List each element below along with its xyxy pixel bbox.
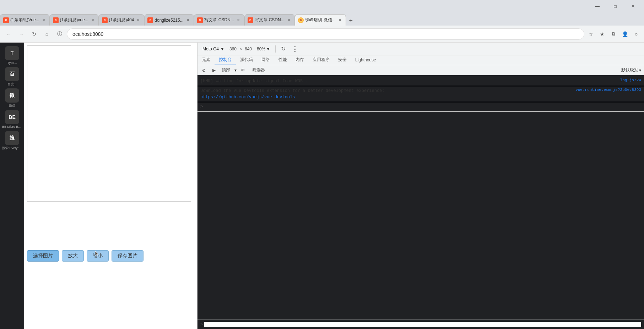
btn-zoomout[interactable]: 缩小 <box>87 250 109 262</box>
address-bar-icons: ☆ ★ ⧉ 👤 ○ <box>586 29 641 39</box>
browser-tab-tab1[interactable]: C(1条消息)Vue...✕ <box>0 14 50 26</box>
height-display: 640 <box>243 46 253 51</box>
console-message-msg2: Download the Vue Devtools extension for … <box>197 86 644 102</box>
console-msg-text: [HMR] Waiting for update signal from WDS… <box>200 78 617 84</box>
profile-icon[interactable]: 👤 <box>620 29 630 39</box>
context-dropdown[interactable]: ▾ <box>234 68 237 73</box>
zoom-label: 80% <box>257 46 265 51</box>
tab-close-button[interactable]: ✕ <box>185 17 191 23</box>
browser-tab-tab4[interactable]: Cdonglize5215...✕ <box>144 14 194 26</box>
minimize-button[interactable]: — <box>589 0 606 13</box>
wechat-label: 微信 <box>9 103 15 108</box>
tab-favicon: C <box>147 17 153 23</box>
wechat-icon: 微 <box>5 88 19 103</box>
account-icon[interactable]: ○ <box>631 29 641 39</box>
forward-button[interactable]: → <box>16 28 27 40</box>
devtools-link[interactable]: https://github.com/vuejs/vue-devtools <box>200 95 295 100</box>
console-prompt-line: > <box>197 102 644 112</box>
devtools-panel: Moto G4 ▼ 360 × 640 80% ▼ ↻ ⋮ 元素控制台源代码网络… <box>197 43 644 329</box>
devtools-tab-console[interactable]: 控制台 <box>215 55 236 65</box>
sidebar: TTypo...百百度...微微信BEBE Micro Edge搜搜索 Ever… <box>0 43 24 329</box>
log-level-label: 默认级别 <box>621 67 638 73</box>
tab-label: (1条消息)Vue... <box>10 17 39 23</box>
eye-button[interactable]: 👁 <box>239 67 247 74</box>
console-prompt: > <box>197 319 644 329</box>
browser-tab-tab6[interactable]: C写文章-CSDN...✕ <box>244 14 295 26</box>
prompt-symbol: > <box>200 104 641 110</box>
devtools-tab-elements[interactable]: 元素 <box>197 55 215 65</box>
tab-favicon: C <box>102 17 108 23</box>
tab-favicon: 珠 <box>298 17 304 23</box>
search-icon: 搜 <box>5 131 19 145</box>
sidebar-item-search[interactable]: 搜搜索 Everything <box>2 131 22 150</box>
tab-close-button[interactable]: ✕ <box>236 17 241 23</box>
console-msg-source[interactable]: log.js:24 <box>620 78 641 82</box>
console-input[interactable] <box>204 322 641 327</box>
log-level-selector[interactable]: 默认级别 ▾ <box>621 67 641 73</box>
devtools-tab-memory[interactable]: 内存 <box>291 55 308 65</box>
reload-button[interactable]: ↻ <box>28 28 40 40</box>
console-sub-toolbar: ⊘ ▶ 顶部 ▾ 👁 筛选器 默认级别 ▾ <box>197 65 644 75</box>
bookmark-icon[interactable]: ☆ <box>586 29 596 39</box>
devtools-tab-security[interactable]: 安全 <box>334 55 351 65</box>
tab-close-button[interactable]: ✕ <box>286 17 292 23</box>
tab-favicon: C <box>3 17 9 23</box>
rotate-button[interactable]: ↻ <box>278 44 288 54</box>
device-selector[interactable]: Moto G4 ▼ <box>200 46 227 52</box>
title-bar: — □ ✕ <box>0 0 644 13</box>
devtools-tabs: 元素控制台源代码网络性能内存应用程序安全Lighthouse <box>197 55 644 65</box>
back-button[interactable]: ← <box>3 28 14 40</box>
tab-close-button[interactable]: ✕ <box>41 17 47 23</box>
console-msg-source[interactable]: vue.runtime.esm.js?2b0e:8393 <box>575 88 641 92</box>
viewport-buttons: 选择图片放大缩小保存图片 <box>27 250 144 262</box>
tab-close-button[interactable]: ✕ <box>135 17 141 23</box>
log-level-dropdown-icon: ▾ <box>639 68 641 73</box>
sidebar-item-baidu[interactable]: 百百度... <box>2 67 22 87</box>
close-button[interactable]: ✕ <box>625 0 641 13</box>
bookmark-list-icon[interactable]: ★ <box>597 29 607 39</box>
tab-label: 珠峰培训-微信... <box>305 17 336 23</box>
tab-close-button[interactable]: ✕ <box>337 17 343 23</box>
devtools-tab-lighthouse[interactable]: Lighthouse <box>351 55 380 65</box>
viewport-canvas-area: 选择图片放大缩小保存图片 <box>24 43 197 329</box>
tab-close-button[interactable]: ✕ <box>90 17 96 23</box>
address-input[interactable] <box>67 28 584 40</box>
browser-viewport: 选择图片放大缩小保存图片 <box>24 43 197 329</box>
title-bar-controls: — □ ✕ <box>589 0 641 13</box>
devtools-tab-sources[interactable]: 源代码 <box>236 55 257 65</box>
browser-tab-tab5[interactable]: C写文章-CSDN...✕ <box>194 14 244 26</box>
home-button[interactable]: ⌂ <box>41 28 53 40</box>
zoom-dropdown-icon: ▼ <box>266 46 270 51</box>
browser-tab-tab7[interactable]: 珠珠峰培训-微信...✕ <box>295 14 346 26</box>
filter-label: 筛选器 <box>249 67 268 73</box>
console-message-msg1: [HMR] Waiting for update signal from WDS… <box>197 77 644 86</box>
sidebar-item-be_micro_edge[interactable]: BEBE Micro Edge <box>2 109 22 129</box>
info-button[interactable]: ⓘ <box>54 28 65 40</box>
btn-zoomin[interactable]: 放大 <box>62 250 84 262</box>
tab-label: (1条消息)vue... <box>60 17 88 23</box>
browser-tab-tab3[interactable]: C(1条消息)404✕ <box>99 14 145 26</box>
maximize-button[interactable]: □ <box>607 0 623 13</box>
be_micro_edge-label: BE Micro Edge <box>2 125 22 128</box>
zoom-selector[interactable]: 80% ▼ <box>255 46 272 52</box>
btn-select[interactable]: 选择图片 <box>27 250 59 262</box>
toolbar-separator <box>275 45 276 53</box>
clear-console-button[interactable]: ⊘ <box>200 67 207 74</box>
sidebar-item-typora[interactable]: TTypo... <box>2 45 22 65</box>
console-msg-text: Download the Vue Devtools extension for … <box>200 88 573 100</box>
tab-label: donglize5215... <box>155 18 183 23</box>
top-context-label: 顶部 <box>220 67 232 73</box>
sidebar-toggle-button[interactable]: ▶ <box>210 67 217 74</box>
devtools-tab-application[interactable]: 应用程序 <box>308 55 334 65</box>
main-area: TTypo...百百度...微微信BEBE Micro Edge搜搜索 Ever… <box>0 43 644 329</box>
browser-tab-tab2[interactable]: C(1条消息)vue...✕ <box>50 14 99 26</box>
be_micro_edge-icon: BE <box>5 110 19 124</box>
new-tab-button[interactable]: + <box>346 16 356 26</box>
sidebar-item-wechat[interactable]: 微微信 <box>2 88 22 108</box>
dim-x: × <box>239 46 242 51</box>
collections-icon[interactable]: ⧉ <box>608 29 618 39</box>
btn-save[interactable]: 保存图片 <box>112 250 144 262</box>
devtools-tab-performance[interactable]: 性能 <box>274 55 291 65</box>
more-options-button[interactable]: ⋮ <box>290 44 300 54</box>
devtools-tab-network[interactable]: 网络 <box>257 55 274 65</box>
